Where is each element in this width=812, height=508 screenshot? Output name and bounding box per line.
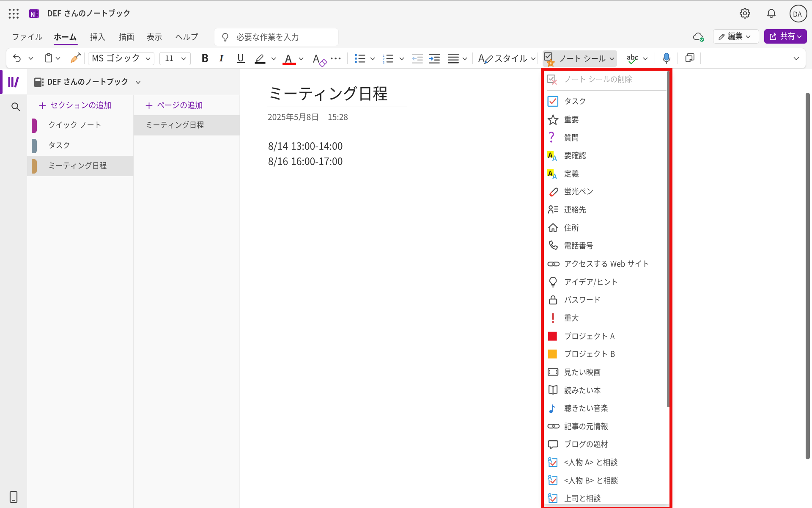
svg-text:2: 2 — [383, 58, 384, 61]
svg-text:3: 3 — [383, 61, 384, 64]
svg-text:1: 1 — [383, 54, 384, 57]
